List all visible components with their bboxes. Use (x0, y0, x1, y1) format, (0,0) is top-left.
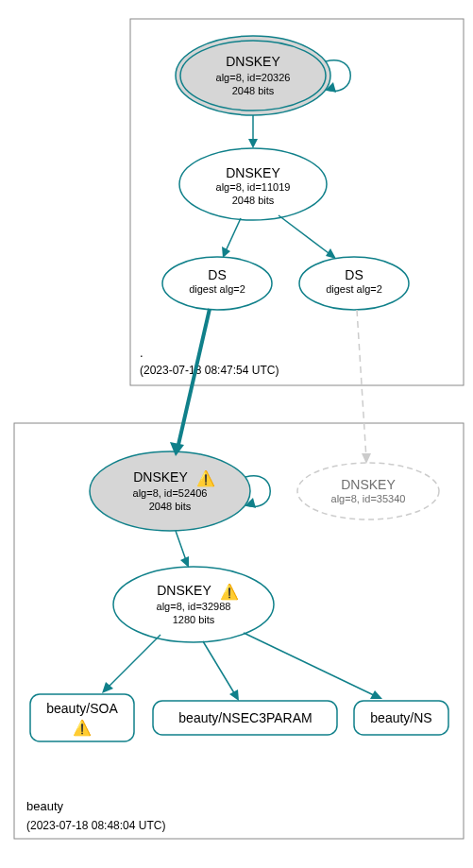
zone-timestamp-root: (2023-07-18 08:47:54 UTC) (140, 364, 279, 377)
node-root-ksk: DNSKEY alg=8, id=20326 2048 bits (176, 36, 330, 115)
node-sub1: alg=8, id=20326 (216, 72, 291, 83)
arrowhead (229, 689, 239, 701)
node-title: DNSKEY (341, 477, 396, 492)
node-title: DNSKEY (226, 165, 280, 180)
node-sub2: 2048 bits (232, 85, 275, 96)
edge-zsk-nsec3 (203, 641, 236, 696)
node-sub2: 1280 bits (173, 614, 215, 625)
node-rr-soa: beauty/SOA ⚠️ (30, 694, 134, 741)
edge-rootzsk-ds1 (225, 218, 241, 253)
node-title: DNSKEY (226, 54, 280, 69)
node-sub1: alg=8, id=52406 (133, 487, 208, 499)
edge-zsk-soa (106, 635, 160, 689)
node-sub1: digest alg=2 (326, 283, 382, 295)
warning-icon: ⚠️ (196, 469, 215, 487)
edge-ds1-beautyksk (177, 309, 210, 449)
node-rr-nsec3: beauty/NSEC3PARAM (153, 701, 337, 735)
node-sub1: digest alg=2 (189, 283, 245, 295)
node-title: DS (345, 267, 363, 282)
dnssec-graph: . (2023-07-18 08:47:54 UTC) beauty (2023… (0, 0, 473, 868)
node-sub2: 2048 bits (149, 501, 192, 512)
node-beauty-ksk: DNSKEY ⚠️ alg=8, id=52406 2048 bits (90, 451, 250, 531)
node-sub2: 2048 bits (232, 195, 275, 206)
node-ds2: DS digest alg=2 (299, 257, 409, 310)
arrowhead (326, 248, 336, 259)
node-sub1: alg=8, id=11019 (216, 181, 291, 193)
warning-icon: ⚠️ (220, 583, 239, 601)
edge-zsk-ns (244, 633, 378, 697)
node-beauty-zsk: DNSKEY ⚠️ alg=8, id=32988 1280 bits (113, 567, 274, 642)
node-title: DS (208, 267, 226, 282)
node-sub1: alg=8, id=35340 (331, 493, 406, 504)
node-ds1: DS digest alg=2 (162, 257, 272, 310)
node-sub1: alg=8, id=32988 (157, 601, 231, 612)
node-title: DNSKEY (157, 583, 211, 598)
zone-name-beauty: beauty (26, 799, 64, 813)
node-beauty-unknown: DNSKEY alg=8, id=35340 (297, 463, 439, 519)
node-title: beauty/NS (370, 710, 431, 725)
arrowhead (248, 139, 258, 148)
edge-rootzsk-ds2 (279, 215, 332, 256)
node-rr-ns: beauty/NS (354, 701, 448, 735)
warning-icon: ⚠️ (73, 719, 92, 737)
zone-name-root: . (140, 346, 144, 360)
arrowhead (222, 247, 230, 258)
node-title: beauty/SOA (46, 701, 118, 716)
node-title: DNSKEY (133, 469, 188, 485)
zone-timestamp-beauty: (2023-07-18 08:48:04 UTC) (26, 819, 165, 832)
node-title: beauty/NSEC3PARAM (178, 710, 312, 725)
edge-ds2-beautyunknown (357, 310, 366, 459)
node-root-zsk: DNSKEY alg=8, id=11019 2048 bits (179, 148, 327, 220)
